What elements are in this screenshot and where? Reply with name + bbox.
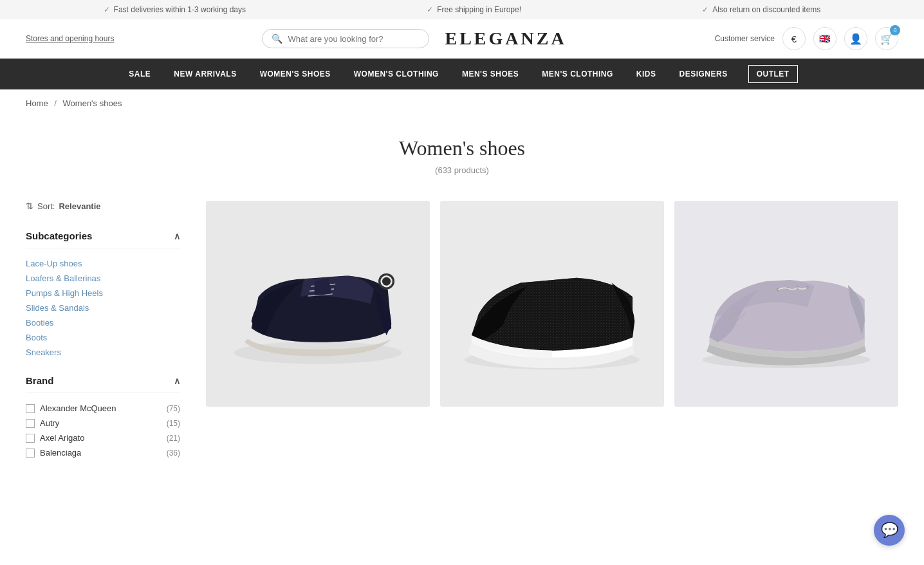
brand-balenciaga-label: Balenciaga bbox=[40, 448, 81, 458]
breadcrumb-separator: / bbox=[54, 98, 57, 108]
nav-item-mens-shoes[interactable]: MEN'S SHOES bbox=[459, 60, 521, 88]
nav-item-kids[interactable]: KIDS bbox=[634, 60, 659, 88]
product-card-3[interactable] bbox=[674, 201, 898, 407]
breadcrumb-home[interactable]: Home bbox=[26, 98, 48, 108]
nav-item-sale[interactable]: SALE bbox=[126, 60, 153, 88]
banner-item-2: ✓ Free shipping in Europe! bbox=[427, 5, 521, 14]
product-image-2 bbox=[440, 201, 664, 407]
search-bar[interactable]: 🔍 bbox=[262, 29, 429, 48]
flag-icon: 🇬🇧 bbox=[819, 33, 830, 44]
sort-label: Sort: bbox=[37, 201, 55, 211]
brand-balenciaga[interactable]: Balenciaga (36) bbox=[26, 445, 180, 460]
product-card-2[interactable] bbox=[440, 201, 664, 407]
subcategory-laceup[interactable]: Lace-Up shoes bbox=[26, 256, 180, 271]
subcategory-pumps[interactable]: Pumps & High Heels bbox=[26, 286, 180, 301]
banner-item-3: ✓ Also return on discounted items bbox=[702, 5, 820, 14]
brand-title: Brand bbox=[26, 375, 53, 386]
brand-autry-count: (15) bbox=[167, 419, 180, 428]
check-icon-1: ✓ bbox=[104, 5, 110, 14]
product-image-1 bbox=[206, 201, 430, 407]
product-card-1[interactable] bbox=[206, 201, 430, 407]
subcategory-booties[interactable]: Booties bbox=[26, 315, 180, 330]
page-title: Women's shoes bbox=[13, 136, 911, 160]
brand-autry-label: Autry bbox=[40, 418, 59, 428]
page-title-area: Women's shoes (633 products) bbox=[0, 117, 924, 188]
subcategories-chevron-icon bbox=[174, 230, 180, 241]
brand-axel-checkbox[interactable] bbox=[26, 434, 35, 443]
customer-service-link[interactable]: Customer service bbox=[715, 34, 775, 43]
check-icon-2: ✓ bbox=[427, 5, 433, 14]
sort-value[interactable]: Relevantie bbox=[59, 201, 100, 211]
main-nav: SALE NEW ARRIVALS WOMEN'S SHOES WOMEN'S … bbox=[0, 59, 924, 89]
subcategory-sneakers[interactable]: Sneakers bbox=[26, 345, 180, 360]
brand-balenciaga-checkbox[interactable] bbox=[26, 449, 35, 458]
product-grid bbox=[206, 201, 898, 407]
product-count: (633 products) bbox=[13, 165, 911, 175]
brand-alexander-label: Alexander McQueen bbox=[40, 403, 116, 413]
brand-alexander[interactable]: Alexander McQueen (75) bbox=[26, 401, 180, 416]
subcategory-slides[interactable]: Slides & Sandals bbox=[26, 301, 180, 315]
brand-axel-label: Axel Arigato bbox=[40, 433, 84, 443]
nav-item-womens-shoes[interactable]: WOMEN'S SHOES bbox=[257, 60, 333, 88]
brand-axel-count: (21) bbox=[167, 434, 180, 443]
main-layout: ⇅ Sort: Relevantie Subcategories Lace-Up… bbox=[0, 188, 924, 488]
account-button[interactable]: 👤 bbox=[844, 27, 867, 50]
banner-item-1: ✓ Fast deliveries within 1-3 working day… bbox=[104, 5, 246, 14]
sort-control[interactable]: ⇅ Sort: Relevantie bbox=[26, 201, 180, 211]
breadcrumb-current: Women's shoes bbox=[63, 98, 122, 108]
subcategories-section: Subcategories Lace-Up shoes Loafers & Ba… bbox=[26, 230, 180, 360]
subcategories-title: Subcategories bbox=[26, 230, 92, 241]
nav-item-outlet[interactable]: OUTLET bbox=[748, 65, 798, 83]
sidebar: ⇅ Sort: Relevantie Subcategories Lace-Up… bbox=[26, 201, 180, 476]
breadcrumb: Home / Women's shoes bbox=[0, 89, 924, 117]
subcategory-loafers[interactable]: Loafers & Ballerinas bbox=[26, 271, 180, 286]
currency-icon: € bbox=[791, 33, 797, 44]
language-button[interactable]: 🇬🇧 bbox=[813, 27, 836, 50]
cart-icon: 🛒 bbox=[880, 33, 893, 45]
search-icon: 🔍 bbox=[272, 33, 282, 44]
user-icon: 👤 bbox=[849, 33, 862, 45]
header: Stores and opening hours 🔍 ELEGANZA Cust… bbox=[0, 19, 924, 59]
subcategories-header[interactable]: Subcategories bbox=[26, 230, 180, 248]
product-image-3 bbox=[674, 201, 898, 407]
brand-axel[interactable]: Axel Arigato (21) bbox=[26, 431, 180, 445]
nav-item-mens-clothing[interactable]: MEN'S CLOTHING bbox=[539, 60, 616, 88]
subcategory-boots[interactable]: Boots bbox=[26, 330, 180, 345]
brand-header[interactable]: Brand bbox=[26, 375, 180, 393]
nav-item-womens-clothing[interactable]: WOMEN'S CLOTHING bbox=[351, 60, 441, 88]
product-area bbox=[206, 201, 898, 476]
stores-link[interactable]: Stores and opening hours bbox=[26, 34, 114, 43]
currency-button[interactable]: € bbox=[782, 27, 806, 50]
brand-section: Brand Alexander McQueen (75) Autry (15) … bbox=[26, 375, 180, 460]
brand-balenciaga-count: (36) bbox=[167, 449, 180, 458]
sort-icon: ⇅ bbox=[26, 201, 33, 211]
cart-button[interactable]: 🛒 0 bbox=[875, 27, 898, 50]
brand-chevron-icon bbox=[174, 375, 180, 386]
header-icons: € 🇬🇧 👤 🛒 0 bbox=[782, 27, 898, 50]
logo[interactable]: ELEGANZA bbox=[445, 28, 566, 49]
brand-alexander-count: (75) bbox=[167, 404, 180, 413]
check-icon-3: ✓ bbox=[702, 5, 708, 14]
search-input[interactable] bbox=[288, 34, 420, 44]
top-banner: ✓ Fast deliveries within 1-3 working day… bbox=[0, 0, 924, 19]
svg-point-5 bbox=[382, 277, 391, 286]
nav-item-designers[interactable]: DESIGNERS bbox=[676, 60, 730, 88]
cart-badge: 0 bbox=[890, 25, 900, 35]
brand-autry[interactable]: Autry (15) bbox=[26, 416, 180, 431]
nav-item-new-arrivals[interactable]: NEW ARRIVALS bbox=[171, 60, 239, 88]
brand-autry-checkbox[interactable] bbox=[26, 419, 35, 428]
brand-alexander-checkbox[interactable] bbox=[26, 404, 35, 413]
